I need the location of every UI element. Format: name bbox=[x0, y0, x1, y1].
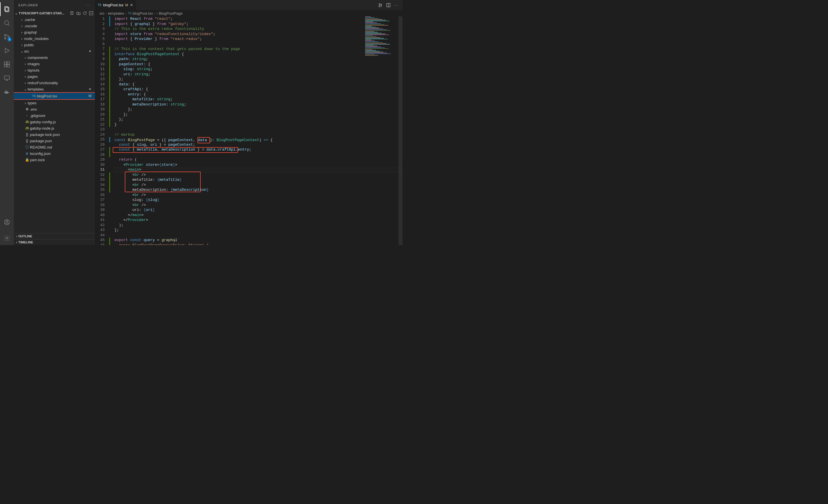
code-line[interactable]: metaDescription: string; bbox=[115, 102, 403, 107]
code-line[interactable]: <main> bbox=[115, 167, 403, 172]
code-editor[interactable]: 1234567891011121314151617181920212223242… bbox=[95, 16, 403, 245]
code-line[interactable]: </Provider> bbox=[115, 218, 403, 223]
breadcrumbs[interactable]: src › templates › TS blogPost.tsx › ▫ Bl… bbox=[95, 10, 403, 16]
code-line[interactable]: }; bbox=[115, 107, 403, 112]
code-line[interactable] bbox=[115, 233, 403, 238]
activity-source-control[interactable]: 1 bbox=[0, 30, 14, 44]
code-line[interactable]: // This is the extra redux functionality bbox=[115, 27, 403, 32]
code-line[interactable]: <br /> bbox=[115, 172, 403, 178]
tree-folder[interactable]: ⌄src bbox=[14, 48, 95, 54]
split-editor-icon[interactable] bbox=[386, 3, 391, 7]
close-icon[interactable]: ✕ bbox=[130, 3, 133, 7]
code-line[interactable]: metaTitle: {metaTitle} bbox=[115, 177, 403, 182]
code-line[interactable]: metaTitle: string; bbox=[115, 97, 403, 102]
activity-remote[interactable] bbox=[0, 71, 14, 85]
tree-folder[interactable]: ⌄templates bbox=[14, 86, 95, 92]
breadcrumb-item[interactable]: templates bbox=[108, 11, 124, 15]
code-line[interactable]: pageContext: { bbox=[115, 62, 403, 67]
code-line[interactable]: craftApi: { bbox=[115, 87, 403, 92]
code-line[interactable] bbox=[115, 127, 403, 132]
new-folder-icon[interactable] bbox=[76, 11, 81, 16]
code-line[interactable]: <br /> bbox=[115, 202, 403, 208]
code-line[interactable]: uri: string; bbox=[115, 72, 403, 77]
tree-folder[interactable]: ›node_modules bbox=[14, 35, 95, 42]
code-line[interactable]: </main> bbox=[115, 213, 403, 218]
breadcrumb-item[interactable]: BlogPostPage bbox=[159, 11, 182, 15]
code-line[interactable]: uri: {uri} bbox=[115, 208, 403, 213]
code-line[interactable] bbox=[115, 152, 403, 157]
tree-folder[interactable]: ›.vscode bbox=[14, 23, 95, 29]
tree-file[interactable]: JSgatsby-node.js bbox=[14, 125, 95, 131]
collapse-icon[interactable] bbox=[89, 11, 94, 16]
code-line[interactable]: <Provider store={store}> bbox=[115, 163, 403, 168]
activity-docker[interactable] bbox=[0, 85, 14, 99]
breadcrumb-item[interactable]: blogPost.tsx bbox=[132, 11, 153, 15]
scroll-thumb[interactable] bbox=[399, 16, 403, 245]
code-line[interactable]: // markup bbox=[115, 132, 403, 137]
code-line[interactable]: // This is the context that gets passed … bbox=[115, 47, 403, 52]
tree-folder[interactable]: ›public bbox=[14, 42, 95, 48]
compare-changes-icon[interactable] bbox=[378, 3, 383, 7]
tree-file[interactable]: ⓘREADME.md bbox=[14, 144, 95, 150]
code-line[interactable]: interface BlogPostPageContext { bbox=[115, 52, 403, 57]
project-section-header[interactable]: TYPESCRIPT-GATSBY-STAR... bbox=[14, 10, 95, 16]
code-line[interactable]: }; bbox=[115, 117, 403, 122]
code-line[interactable]: slug: {slug} bbox=[115, 197, 403, 202]
minimap[interactable] bbox=[364, 16, 399, 80]
tree-file[interactable]: TSblogPost.tsxM bbox=[14, 93, 95, 99]
activity-explorer[interactable] bbox=[0, 2, 14, 16]
tree-folder[interactable]: ›types bbox=[14, 100, 95, 106]
code-line[interactable]: export const query = graphql` bbox=[115, 238, 403, 243]
tree-folder[interactable]: ›pages bbox=[14, 73, 95, 80]
code-line[interactable] bbox=[115, 42, 403, 47]
code-line[interactable]: }; bbox=[115, 228, 403, 233]
code-line[interactable]: query BlogPostPageQuery($slug: String) { bbox=[115, 243, 403, 245]
code-line[interactable]: import { graphql } from "gatsby"; bbox=[115, 21, 403, 27]
tree-file[interactable]: {}package.json bbox=[14, 138, 95, 144]
code-line[interactable]: }; bbox=[115, 77, 403, 82]
activity-settings[interactable] bbox=[0, 231, 14, 245]
code-line[interactable]: path: string; bbox=[115, 57, 403, 62]
tab-blogpost[interactable]: TS blogPost.tsx M ✕ bbox=[95, 0, 136, 10]
code-content[interactable]: import React from "react";import { graph… bbox=[109, 16, 403, 245]
activity-accounts[interactable] bbox=[0, 215, 14, 229]
activity-extensions[interactable] bbox=[0, 57, 14, 71]
tree-file[interactable]: ◦.gitignore bbox=[14, 112, 95, 119]
tree-folder[interactable]: ›components bbox=[14, 54, 95, 61]
code-line[interactable]: import React from "react"; bbox=[115, 16, 403, 21]
code-line[interactable]: ); bbox=[115, 223, 403, 228]
outline-section[interactable]: OUTLINE bbox=[14, 233, 95, 239]
tree-file[interactable]: ⚙.env bbox=[14, 106, 95, 112]
tree-folder[interactable]: ›.cache bbox=[14, 16, 95, 23]
tree-folder[interactable]: ›reduxFunctionality bbox=[14, 80, 95, 86]
tree-folder[interactable]: ›graphql bbox=[14, 29, 95, 35]
code-line[interactable]: import store from "reduxFunctionality/in… bbox=[115, 32, 403, 37]
code-line[interactable]: return ( bbox=[115, 157, 403, 163]
new-file-icon[interactable] bbox=[70, 11, 75, 16]
tree-file[interactable]: 🔒yarn.lock bbox=[14, 156, 95, 163]
code-line[interactable]: import { Provider } from "react-redux"; bbox=[115, 37, 403, 42]
tree-file[interactable]: ≣tsconfig.json bbox=[14, 150, 95, 156]
code-line[interactable]: slug: string; bbox=[115, 67, 403, 72]
timeline-section[interactable]: TIMELINE bbox=[14, 239, 95, 245]
activity-search[interactable] bbox=[0, 16, 14, 30]
code-line[interactable]: data: { bbox=[115, 82, 403, 87]
code-line[interactable]: const BlogPostPage = ({ pageContext, dat… bbox=[115, 137, 403, 142]
tree-file[interactable]: {}package-lock.json bbox=[14, 131, 95, 138]
code-line[interactable]: <br /> bbox=[115, 192, 403, 198]
tree-folder[interactable]: ›layouts bbox=[14, 67, 95, 73]
vertical-scrollbar[interactable] bbox=[399, 16, 403, 245]
code-line[interactable]: entry: { bbox=[115, 92, 403, 97]
code-line[interactable]: metaDescription: {metaDescription} bbox=[115, 187, 403, 192]
breadcrumb-item[interactable]: src bbox=[99, 11, 105, 15]
activity-debug[interactable] bbox=[0, 44, 14, 57]
code-line[interactable]: const { slug, uri } = pageContext; bbox=[115, 142, 403, 147]
code-line[interactable]: }; bbox=[115, 112, 403, 117]
code-line[interactable]: <br /> bbox=[115, 182, 403, 188]
tree-file[interactable]: JSgatsby-config.js bbox=[14, 119, 95, 125]
sidebar-more-icon[interactable]: ··· bbox=[86, 3, 90, 7]
more-actions-icon[interactable]: ··· bbox=[394, 3, 399, 7]
code-line[interactable]: } bbox=[115, 122, 403, 127]
refresh-icon[interactable] bbox=[82, 11, 87, 16]
tree-folder[interactable]: ›images bbox=[14, 61, 95, 67]
